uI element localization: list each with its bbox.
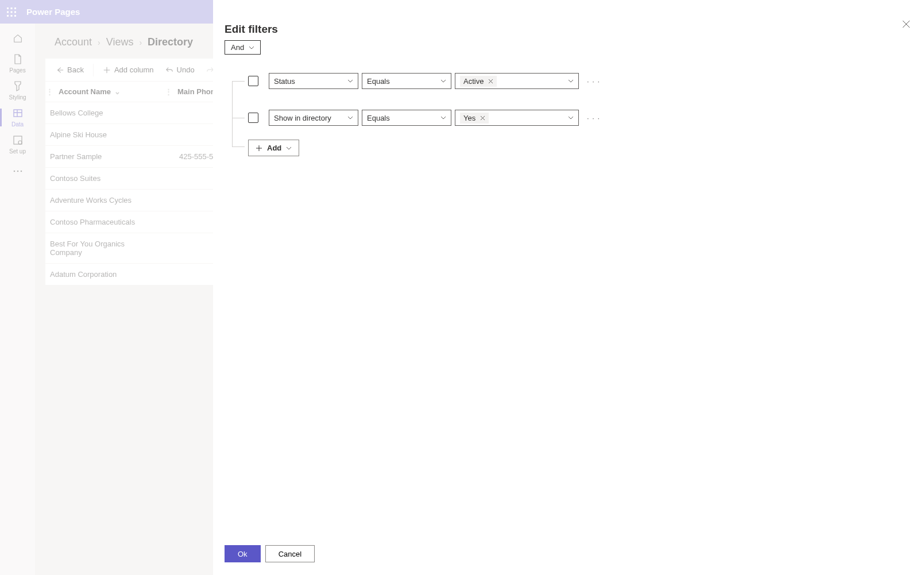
add-label: Add — [267, 144, 281, 152]
chevron-down-icon — [249, 46, 254, 49]
panel-title: Edit filters — [225, 23, 913, 36]
value-dropdown[interactable]: Yes — [455, 110, 579, 126]
operator-dropdown[interactable]: Equals — [362, 110, 451, 126]
chevron-down-icon — [568, 79, 574, 83]
value-dropdown[interactable]: Active — [455, 73, 579, 89]
value-text: Active — [463, 77, 484, 86]
row-checkbox[interactable] — [248, 76, 258, 86]
overlay-scrim — [0, 0, 213, 575]
plus-icon — [256, 145, 262, 152]
remove-tag-button[interactable] — [488, 79, 493, 84]
connector-line — [227, 99, 248, 136]
field-value: Show in directory — [274, 114, 331, 122]
operator-value: Equals — [367, 114, 390, 122]
chevron-down-icon — [347, 79, 353, 83]
field-value: Status — [274, 77, 295, 86]
row-more-button[interactable]: · · · — [587, 114, 600, 122]
cancel-button[interactable]: Cancel — [265, 545, 315, 562]
filter-row: Show in directoryEqualsYes· · · — [248, 99, 600, 136]
value-tag: Yes — [460, 113, 489, 124]
remove-tag-button[interactable] — [480, 115, 485, 121]
ok-button[interactable]: Ok — [225, 545, 261, 562]
operator-value: Equals — [367, 77, 390, 86]
close-icon — [902, 20, 910, 28]
field-dropdown[interactable]: Show in directory — [269, 110, 358, 126]
add-filter-button[interactable]: Add — [248, 140, 299, 156]
chevron-down-icon — [568, 116, 574, 119]
edit-filters-panel: Edit filters And StatusEqualsActive· · ·… — [213, 0, 924, 575]
field-dropdown[interactable]: Status — [269, 73, 358, 89]
logic-dropdown[interactable]: And — [225, 40, 261, 55]
value-text: Yes — [463, 114, 475, 122]
row-checkbox[interactable] — [248, 113, 258, 123]
operator-dropdown[interactable]: Equals — [362, 73, 451, 89]
chevron-down-icon — [440, 116, 446, 119]
connector-line — [227, 63, 248, 99]
value-tag: Active — [460, 76, 497, 87]
panel-footer: Ok Cancel — [225, 545, 315, 562]
logic-value: And — [231, 43, 244, 52]
close-button[interactable] — [902, 20, 910, 28]
chevron-down-icon — [286, 146, 292, 150]
chevron-down-icon — [347, 116, 353, 119]
connector-line — [227, 136, 248, 156]
filter-row: StatusEqualsActive· · · — [248, 63, 600, 99]
chevron-down-icon — [440, 79, 446, 83]
row-more-button[interactable]: · · · — [587, 77, 600, 86]
